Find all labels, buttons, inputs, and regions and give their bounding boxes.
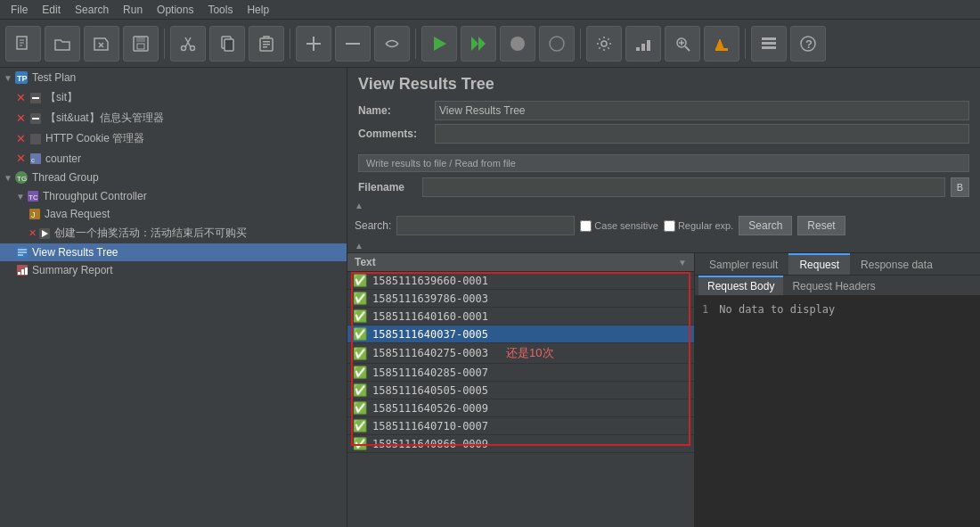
comments-input[interactable] <box>435 124 969 144</box>
filename-label: Filename <box>358 181 412 194</box>
tree-item-sit-uat[interactable]: ✕ 【sit&uat】信息头管理器 <box>0 108 347 128</box>
tree-label-thread-group: Thread Group <box>32 171 99 184</box>
clear-button[interactable] <box>539 26 575 62</box>
tree-item-sit[interactable]: ✕ 【sit】 <box>0 87 347 108</box>
subtab-request-body[interactable]: Request Body <box>698 276 783 295</box>
result-item-2[interactable]: ✅ 1585111639786-0003 <box>347 290 694 308</box>
paste-button[interactable] <box>249 26 284 62</box>
result-icon-7: ✅ <box>353 383 367 397</box>
comments-label: Comments: <box>358 128 429 140</box>
svg-marker-20 <box>434 37 446 51</box>
collapse-button[interactable] <box>335 26 371 62</box>
menu-options[interactable]: Options <box>150 2 200 18</box>
run-button[interactable] <box>421 26 457 62</box>
result-text-8: 1585111640526-0009 <box>372 402 488 415</box>
settings-button[interactable] <box>586 26 622 62</box>
tree-item-java-request[interactable]: J Java Request <box>0 205 347 223</box>
tree-item-thread-group[interactable]: ▼ TG Thread Group <box>0 168 347 187</box>
svg-marker-22 <box>478 37 486 51</box>
tree-item-throughput[interactable]: ▼ TC Throughput Controller <box>0 187 347 205</box>
svg-rect-14 <box>263 41 270 43</box>
svg-rect-8 <box>137 44 144 49</box>
tree-item-summary-report[interactable]: Summary Report <box>0 261 347 279</box>
search-button[interactable]: Search <box>739 216 792 235</box>
open-button[interactable] <box>45 26 80 62</box>
detail-panel: Sampler result Request Response data Req… <box>695 253 980 527</box>
tab-request[interactable]: Request <box>788 253 850 275</box>
svg-rect-63 <box>25 268 28 275</box>
results-area: Text ▼ ✅ 1585111639660-0001 ✅ 1585111639… <box>347 252 980 527</box>
tab-response-data[interactable]: Response data <box>850 253 943 275</box>
tree-toggle-test-plan[interactable]: ▼ <box>4 73 12 83</box>
cut-button[interactable] <box>170 26 206 62</box>
detail-tabs: Sampler result Request Response data <box>695 253 980 276</box>
new-button[interactable] <box>5 26 41 62</box>
copy-button[interactable] <box>209 26 245 62</box>
menu-file[interactable]: File <box>4 2 35 18</box>
browse-button[interactable]: B <box>951 177 969 197</box>
detail-content: 1 No data to display <box>695 296 980 527</box>
tab-sampler-result[interactable]: Sampler result <box>698 253 788 275</box>
result-icon-4: ✅ <box>353 327 367 341</box>
menu-bar: File Edit Search Run Options Tools Help <box>0 0 980 20</box>
svg-rect-45 <box>30 134 41 144</box>
menu-edit[interactable]: Edit <box>35 2 68 18</box>
magnify-button[interactable] <box>665 26 700 62</box>
result-text-3: 1585111640160-0001 <box>372 310 488 323</box>
svg-text:TP: TP <box>17 74 28 83</box>
result-item-7[interactable]: ✅ 1585111640505-0005 <box>347 382 694 399</box>
svg-rect-27 <box>641 44 645 51</box>
list-button[interactable] <box>751 26 787 62</box>
tree-item-view-results-tree[interactable]: View Results Tree <box>0 243 347 261</box>
result-item-3[interactable]: ✅ 1585111640160-0001 <box>347 308 694 325</box>
close-button[interactable] <box>84 26 119 62</box>
result-item-1[interactable]: ✅ 1585111639660-0001 <box>347 272 694 290</box>
subtab-request-headers[interactable]: Request Headers <box>783 276 884 295</box>
filename-row: Filename B <box>347 176 980 199</box>
svg-rect-26 <box>636 47 640 51</box>
stop-button[interactable] <box>500 26 535 62</box>
reset-button[interactable]: Reset <box>797 216 845 235</box>
svg-point-23 <box>510 37 525 51</box>
tree-item-test-plan[interactable]: ▼ TP Test Plan <box>0 68 347 87</box>
panel-divider-2: ▲ <box>347 239 980 252</box>
tree-toggle-throughput[interactable]: ▼ <box>16 192 25 202</box>
menu-run[interactable]: Run <box>116 2 150 18</box>
highlight-button[interactable] <box>704 26 739 62</box>
menu-search[interactable]: Search <box>68 2 116 18</box>
filename-input[interactable] <box>422 177 945 197</box>
result-item-6[interactable]: ✅ 1585111640285-0007 <box>347 364 694 382</box>
search-input[interactable] <box>396 216 575 235</box>
tree-item-http-cookie[interactable]: ✕ HTTP Cookie 管理器 <box>0 128 347 149</box>
name-input[interactable] <box>435 101 969 120</box>
case-sensitive-checkbox[interactable] <box>580 220 592 232</box>
report-button[interactable] <box>625 26 661 62</box>
regex-checkbox[interactable] <box>664 220 675 232</box>
results-header-arrow-icon: ▼ <box>678 258 687 268</box>
line-number: 1 <box>702 303 708 316</box>
result-item-5[interactable]: ✅ 1585111640275-0003 还是10次 <box>347 343 694 364</box>
result-item-9[interactable]: ✅ 1585111640710-0007 <box>347 417 694 435</box>
toggle-button[interactable] <box>374 26 410 62</box>
result-text-1: 1585111639660-0001 <box>372 275 488 287</box>
tree-label-sit: 【sit】 <box>45 90 78 105</box>
result-item-4[interactable]: ✅ 1585111640037-0005 <box>347 325 694 343</box>
result-item-8[interactable]: ✅ 1585111640526-0009 <box>347 399 694 417</box>
run-selected-button[interactable] <box>461 26 496 62</box>
help-button[interactable]: ? <box>790 26 826 62</box>
svg-text:c: c <box>31 156 35 164</box>
tree-toggle-thread[interactable]: ▼ <box>4 173 12 183</box>
menu-tools[interactable]: Tools <box>200 2 240 18</box>
tree-label-view-results-tree: View Results Tree <box>32 246 118 259</box>
result-icon-2: ✅ <box>353 292 367 305</box>
menu-help[interactable]: Help <box>240 2 276 18</box>
results-header-text: Text <box>355 256 678 268</box>
tree-label-http-cookie: HTTP Cookie 管理器 <box>45 131 144 146</box>
result-icon-10: ✅ <box>353 437 367 450</box>
tree-item-lottery[interactable]: ✕ 创建一个抽奖活动：活动结束后不可购买 <box>0 223 347 243</box>
expand-button[interactable] <box>296 26 331 62</box>
result-item-10[interactable]: ✅ 1585111640866-0009 <box>347 435 694 453</box>
tree-item-counter[interactable]: ✕ c counter <box>0 149 347 168</box>
results-scroll-area[interactable]: ✅ 1585111639660-0001 ✅ 1585111639786-000… <box>347 272 694 527</box>
save-button[interactable] <box>123 26 159 62</box>
